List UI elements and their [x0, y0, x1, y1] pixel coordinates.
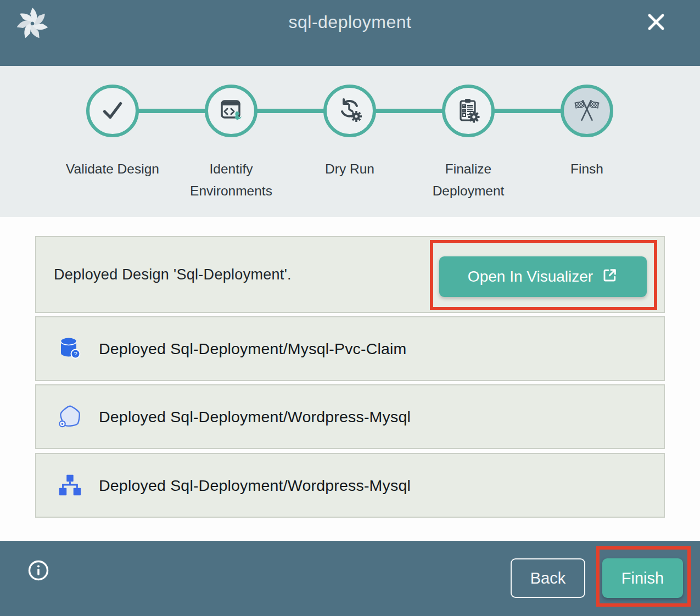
open-in-visualizer-button[interactable]: Open In Visualizer	[439, 256, 647, 297]
hierarchy-icon	[57, 472, 83, 499]
step-label: Finalize Deployment	[416, 158, 520, 201]
step-label: Finsh	[570, 158, 603, 180]
step-circle-active	[561, 85, 613, 137]
step-label: Dry Run	[325, 158, 374, 180]
info-circle-icon[interactable]	[27, 559, 49, 581]
step-circle	[323, 85, 376, 137]
deployed-item-text: Deployed Sql-Deployment/Wordpress-Mysql	[99, 408, 411, 426]
step-finish: Finsh	[528, 85, 646, 201]
finish-button[interactable]: Finish	[602, 558, 683, 598]
step-identify-environments: Identify Environments	[172, 85, 290, 201]
check-icon	[99, 96, 126, 126]
step-circle	[442, 85, 495, 137]
svg-text:?: ?	[74, 351, 77, 357]
deployment-results: Deployed Design 'Sql-Deployment'. Open I…	[0, 217, 700, 541]
code-tools-icon	[218, 97, 244, 125]
step-circle	[205, 85, 257, 137]
modal-footer: Back Finish	[0, 541, 700, 616]
gear	[468, 111, 480, 123]
stepper-panel: Validate Design Identify Environments	[0, 66, 700, 217]
stepper: Validate Design Identify Environments	[53, 85, 646, 201]
step-validate-design: Validate Design	[53, 85, 172, 201]
step-label: Identify Environments	[179, 158, 283, 201]
step-finalize-deployment: Finalize Deployment	[409, 85, 528, 201]
gear	[351, 111, 362, 122]
clipboard-gear-icon	[455, 97, 481, 125]
deploy-message: Deployed Design 'Sql-Deployment'.	[54, 266, 292, 283]
deployed-item-row: ? Deployed Sql-Deployment/Mysql-Pvc-Clai…	[35, 316, 665, 381]
step-circle	[86, 85, 139, 137]
dry-run-clock-gear-icon	[337, 97, 363, 125]
deployment-wizard-modal: sql-deployment Validate Design	[0, 0, 700, 616]
modal-header: sql-deployment	[0, 0, 700, 66]
deployed-item-row: Deployed Sql-Deployment/Wordpress-Mysql	[35, 384, 665, 449]
modal-title: sql-deployment	[0, 12, 700, 32]
open-in-visualizer-label: Open In Visualizer	[468, 268, 593, 285]
step-label: Validate Design	[66, 158, 159, 180]
back-button[interactable]: Back	[511, 558, 585, 598]
deployed-item-text: Deployed Sql-Deployment/Wordpress-Mysql	[99, 477, 411, 495]
deployed-item-text: Deployed Sql-Deployment/Mysql-Pvc-Claim	[99, 340, 407, 358]
step-dry-run: Dry Run	[290, 85, 409, 201]
pentagon-component-icon	[57, 404, 83, 430]
checkered-flags-icon	[573, 96, 601, 126]
deployed-item-row: Deployed Sql-Deployment/Wordpress-Mysql	[35, 453, 665, 518]
database-icon: ?	[57, 335, 83, 362]
close-icon[interactable]	[644, 10, 668, 34]
external-link-icon	[602, 267, 618, 287]
